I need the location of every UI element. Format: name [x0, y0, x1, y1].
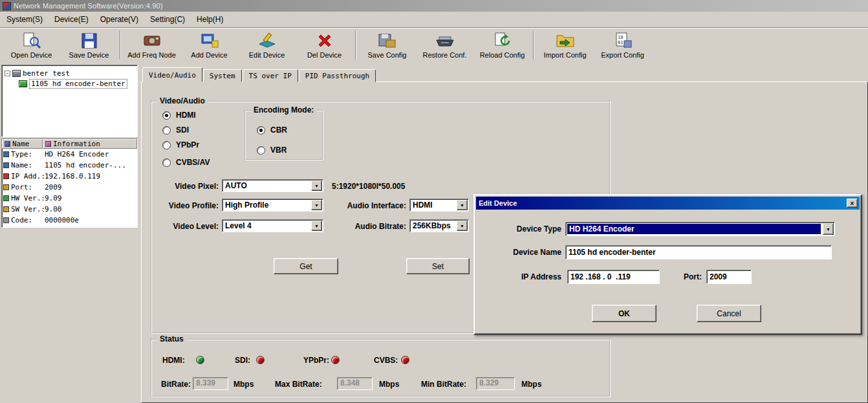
menu-setting[interactable]: Setting(C)	[146, 13, 193, 26]
property-row-name[interactable]: Name: 1105 hd encoder-...	[2, 160, 137, 171]
toolbar-reload-config[interactable]: Reload Config	[473, 29, 531, 61]
set-button[interactable]: Set	[406, 258, 470, 274]
tree-collapse-icon[interactable]	[5, 71, 10, 76]
video-pixel-combo[interactable]: AUTO	[222, 179, 323, 192]
bitrate-unit: Mbps	[233, 380, 254, 389]
input-option-sdi[interactable]: SDI	[162, 125, 189, 135]
property-row-sw-ver[interactable]: SW Ver.: 9.00	[2, 204, 137, 215]
tab-system[interactable]: System	[203, 69, 242, 82]
tab-ts-over-ip[interactable]: TS over IP	[243, 69, 298, 82]
radio-hdmi[interactable]	[162, 111, 171, 120]
ip-address-input[interactable]	[567, 270, 660, 284]
property-value: HD H264 Encoder	[45, 150, 137, 158]
toolbar-add-freq-node[interactable]: Add Freq Node	[123, 29, 180, 61]
name-row-icon	[3, 162, 9, 168]
tab-video-audio[interactable]: Video/Audio	[142, 67, 202, 82]
property-name: Port:	[11, 183, 45, 191]
set-button-label: Set	[432, 262, 444, 271]
encoding-option-cbr[interactable]: CBR	[257, 125, 287, 135]
dropdown-arrow-icon[interactable]	[311, 200, 322, 210]
device-name-input[interactable]	[565, 245, 832, 259]
radio-cvbs-av[interactable]	[162, 158, 171, 167]
property-row-hw-ver[interactable]: HW Ver.: 9.09	[2, 193, 137, 204]
audio-interface-combo[interactable]: HDMI	[409, 199, 469, 212]
property-value: 2009	[45, 183, 137, 191]
menu-device[interactable]: Device(E)	[50, 13, 96, 26]
radio-cbr[interactable]	[257, 126, 265, 135]
property-row-type[interactable]: Type: HD H264 Encoder	[2, 149, 137, 160]
close-icon[interactable]	[847, 199, 858, 208]
property-value: 9.00	[45, 205, 137, 213]
encoding-option-vbr[interactable]: VBR	[257, 146, 287, 155]
column-header-information[interactable]: Information	[43, 139, 137, 149]
toolbar-edit-device[interactable]: Edit Device	[238, 29, 296, 61]
tab-label: PID Passthrough	[305, 72, 369, 80]
property-header: Name Information	[2, 139, 137, 149]
dropdown-arrow-icon[interactable]	[311, 180, 322, 191]
toolbar-label: Save Config	[368, 51, 407, 59]
property-panel: Name Information Type: HD H264 Encoder N…	[1, 138, 138, 228]
input-option-cvbs-av[interactable]: CVBS/AV	[162, 158, 210, 167]
status-group: Status HDMI: SDI: YPbPr: CVBS: BitRate: …	[151, 339, 611, 397]
hdmi-status-led	[196, 356, 204, 364]
property-row-code[interactable]: Code: 0000000e	[2, 215, 137, 226]
min-bitrate-value-box: 8.329	[476, 377, 515, 390]
toolbar-del-device[interactable]: Del Device	[296, 29, 353, 61]
window-title: Network Management Software(Version:4.90…	[14, 2, 163, 10]
input-option-ypbpr[interactable]: YPbPr	[162, 140, 199, 149]
port-input[interactable]	[706, 270, 752, 284]
add-freq-node-icon	[142, 31, 162, 50]
save-device-icon	[80, 31, 99, 50]
hw-ver-row-icon	[3, 195, 9, 201]
toolbar-add-device[interactable]: Add Device	[180, 29, 238, 61]
tab-pid-passthrough[interactable]: PID Passthrough	[299, 69, 376, 82]
name-column-icon	[5, 141, 10, 147]
titlebar[interactable]: Network Management Software(Version:4.90…	[0, 0, 868, 12]
toolbar-label: Reload Config	[480, 51, 525, 59]
toolbar-import-config[interactable]: Import Config	[536, 29, 594, 61]
get-button-label: Get	[299, 262, 312, 271]
tree-device-label[interactable]: 1105 hd encoder-benter	[29, 79, 127, 89]
radio-ypbpr[interactable]	[162, 141, 171, 149]
port-row-icon	[3, 184, 9, 190]
device-type-combo[interactable]: HD H264 Encoder	[565, 222, 835, 236]
tab-label: System	[210, 72, 235, 80]
tree-root-label[interactable]: benter test	[23, 69, 70, 78]
toolbar-restore-config[interactable]: Restore Conf.	[416, 29, 473, 61]
property-name: Code:	[11, 216, 45, 224]
radio-vbr[interactable]	[257, 146, 265, 155]
video-profile-combo[interactable]: High Profile	[222, 199, 323, 212]
dropdown-arrow-icon[interactable]	[823, 223, 834, 235]
cancel-button[interactable]: Cancel	[697, 305, 761, 322]
device-tree: benter test 1105 hd encoder-benter	[1, 65, 138, 137]
menu-help[interactable]: Help(H)	[193, 13, 231, 26]
get-button[interactable]: Get	[274, 258, 338, 274]
export-config-icon: 1001	[613, 31, 633, 50]
dialog-titlebar[interactable]: Edit Device	[476, 197, 860, 210]
toolbar-open-device[interactable]: Open Device	[3, 29, 60, 61]
sdi-status-led	[256, 356, 265, 364]
toolbar-export-config[interactable]: 1001 Export Config	[594, 29, 651, 61]
audio-bitrate-combo[interactable]: 256KBbps	[409, 219, 469, 232]
video-pixel-value: AUTO	[222, 180, 310, 191]
toolbar: Open Device Save Device Add Freq Node Ad…	[0, 27, 868, 62]
app-window: Network Management Software(Version:4.90…	[0, 0, 868, 403]
radio-sdi[interactable]	[162, 126, 171, 135]
menu-system[interactable]: System(S)	[3, 13, 50, 26]
audio-bitrate-value: 256KBbps	[410, 220, 456, 232]
hdmi-status-label: HDMI:	[162, 356, 185, 365]
dropdown-arrow-icon[interactable]	[311, 221, 322, 231]
input-option-hdmi[interactable]: HDMI	[162, 111, 196, 120]
column-header-name[interactable]: Name	[2, 139, 43, 149]
menu-operate[interactable]: Operate(V)	[96, 13, 146, 26]
encoding-mode-title: Encoding Mode:	[251, 105, 316, 114]
ok-button[interactable]: OK	[592, 305, 656, 322]
property-row-ip[interactable]: IP Add.: 192.168.0.119	[2, 171, 137, 182]
dropdown-arrow-icon[interactable]	[457, 221, 468, 231]
property-row-port[interactable]: Port: 2009	[2, 182, 137, 193]
video-level-combo[interactable]: Level 4	[222, 219, 323, 232]
dropdown-arrow-icon[interactable]	[457, 200, 468, 210]
toolbar-save-device[interactable]: Save Device	[60, 29, 118, 61]
property-name: HW Ver.:	[11, 194, 45, 202]
toolbar-save-config[interactable]: Save Config	[358, 29, 416, 61]
